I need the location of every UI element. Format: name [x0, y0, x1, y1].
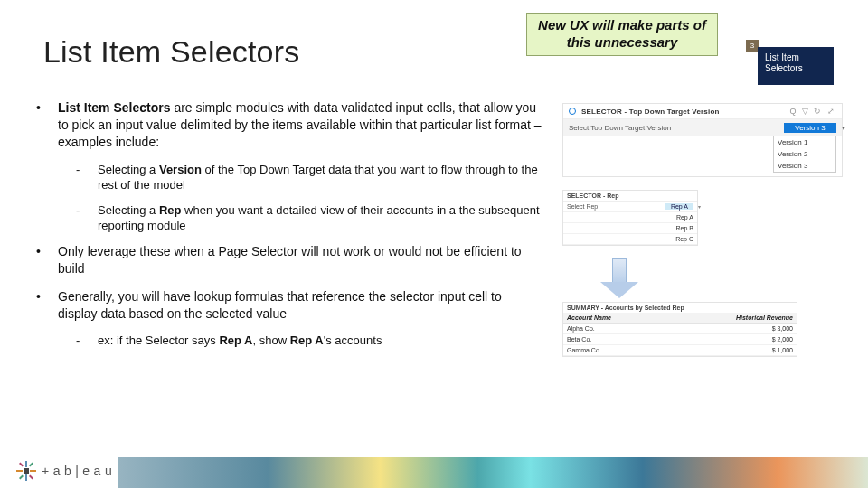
fig1-row-label: Select Top Down Target Version — [569, 124, 671, 132]
fig1-title: SELECTOR - Top Down Target Version — [581, 108, 720, 116]
fig2-title: SELECTOR - Rep — [563, 191, 697, 202]
fig1-option[interactable]: Version 1 — [774, 136, 835, 148]
fig2-row: Rep B — [676, 225, 693, 231]
figure-summary-table: SUMMARY - Accounts by Selected Rep Accou… — [562, 302, 797, 357]
figure-selector-rep: SELECTOR - Rep Select Rep Rep A Rep A Re… — [562, 190, 698, 246]
fig2-row-label: Select Rep — [567, 203, 598, 210]
fig3-title: SUMMARY - Accounts by Selected Rep — [563, 303, 797, 313]
tableau-wordmark: + a b | e a u — [42, 464, 112, 478]
fig3-col1: Account Name — [563, 313, 667, 324]
figure-selector-version: SELECTOR - Top Down Target Version Q ▽ ↻… — [562, 103, 843, 177]
bullet-3a: - ex: if the Selector says Rep A, show R… — [76, 333, 542, 349]
tableau-mark-icon — [16, 461, 36, 481]
table-row: Gamma Co.$ 1,000 — [563, 345, 797, 356]
fig1-toolbar-icons: Q ▽ ↻ ⤢ — [789, 107, 836, 116]
bullet-2: • Only leverage these when a Page Select… — [36, 243, 542, 277]
table-row: Alpha Co.$ 3,000 — [563, 324, 797, 334]
bullet-1: • List Item Selectors are simple modules… — [36, 99, 542, 151]
fig2-row: Rep C — [675, 236, 693, 242]
tag-number: 3 — [746, 40, 759, 52]
slide: List Item Selectors New UX will make par… — [0, 0, 868, 488]
bullet-1-bold: List Item Selectors — [58, 100, 171, 115]
bullet-1b: - Selecting a Rep when you want a detail… — [76, 202, 542, 234]
footer: + a b | e a u — [0, 450, 868, 488]
fig3-col2: Historical Revenue — [667, 313, 797, 324]
tag-label: List Item Selectors — [758, 47, 834, 85]
fig2-row: Rep A — [676, 214, 693, 221]
bullet-1a: - Selecting a Version of the Top Down Ta… — [76, 162, 542, 193]
table-row: Beta Co.$ 2,000 — [563, 334, 797, 345]
bullet-3: • Generally, you will have lookup formul… — [36, 288, 542, 323]
callout-note: New UX will make parts of this unnecessa… — [526, 13, 718, 56]
bullet-list: • List Item Selectors are simple modules… — [36, 99, 542, 358]
fig1-option[interactable]: Version 2 — [774, 148, 835, 160]
footer-band — [118, 457, 868, 488]
page-title: List Item Selectors — [43, 34, 299, 70]
fig1-selected-cell[interactable]: Version 3 — [784, 123, 836, 133]
tableau-logo: + a b | e a u — [16, 461, 112, 481]
arrow-down-icon — [600, 258, 638, 298]
module-dot-icon — [569, 108, 576, 115]
fig1-dropdown[interactable]: Version 1 Version 2 Version 3 — [773, 136, 836, 173]
figure-column: SELECTOR - Top Down Target Version Q ▽ ↻… — [562, 103, 843, 370]
fig1-option[interactable]: Version 3 — [774, 160, 835, 172]
fig2-selected-cell[interactable]: Rep A — [665, 203, 693, 210]
